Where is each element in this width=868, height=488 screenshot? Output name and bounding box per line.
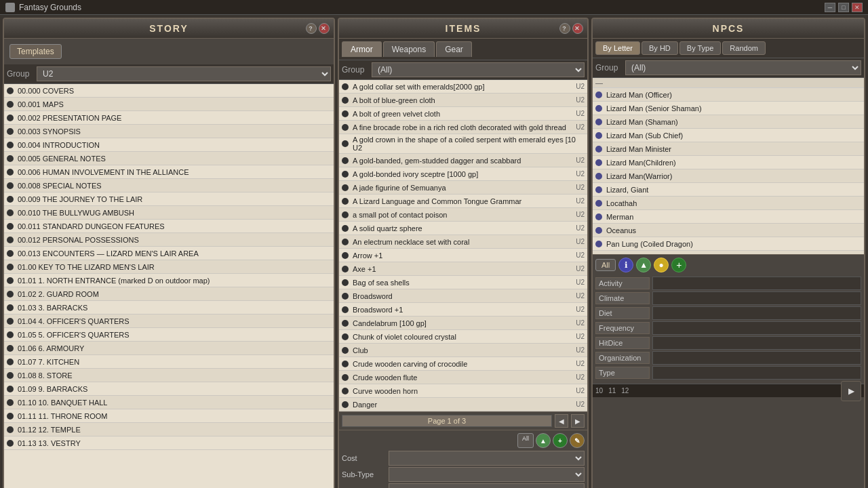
npcs-up-button[interactable]: ▲ — [636, 258, 651, 272]
filter-by-hd-button[interactable]: By HD — [642, 41, 678, 55]
templates-button[interactable]: Templates — [9, 44, 62, 59]
close-button[interactable]: ✕ — [852, 3, 863, 12]
list-item[interactable]: Curve wooden horn U2 — [339, 384, 587, 398]
stat-hitdice-input[interactable] — [652, 336, 861, 350]
cost-filter-select[interactable] — [389, 451, 585, 466]
list-item[interactable]: Lizard Man (Senior Shaman) — [593, 102, 864, 115]
list-item[interactable]: A jade figurine of Semuanya U2 — [339, 181, 587, 195]
list-item[interactable]: 00.004 INTRODUCTION — [4, 138, 334, 152]
items-edit-button[interactable]: ✎ — [570, 433, 585, 448]
items-group-select[interactable]: (All) — [372, 62, 585, 77]
items-close-button[interactable]: ✕ — [572, 23, 583, 34]
minimize-button[interactable]: ─ — [825, 3, 835, 12]
npcs-add-button[interactable]: + — [671, 258, 686, 272]
play-button[interactable]: ▶ — [841, 381, 861, 401]
list-item[interactable]: 01.10 10. BANQUET HALL — [4, 396, 334, 409]
list-item[interactable]: 00.012 PERSONAL POSSESSIONS — [4, 233, 334, 247]
npcs-group-select[interactable]: (All) — [625, 60, 861, 75]
list-item[interactable]: Arrow +1 U2 — [339, 249, 587, 262]
list-item[interactable]: 00.013 ENCOUNTERS — LIZARD MEN'S LAIR AR… — [4, 247, 334, 260]
list-item[interactable]: Lizard Man (Officer) — [593, 88, 864, 102]
list-item[interactable]: Broadsword U2 — [339, 289, 587, 303]
list-item[interactable]: Lizard Man Minister — [593, 142, 864, 156]
list-item[interactable]: 00.000 COVERS — [4, 84, 334, 98]
list-item[interactable]: Lizard Man (Shaman) — [593, 115, 864, 129]
story-help-button[interactable]: ? — [306, 23, 317, 34]
list-item[interactable]: 01.01 1. NORTH ENTRANCE (marked D on out… — [4, 274, 334, 287]
npcs-all-button[interactable]: All — [595, 259, 616, 271]
list-item[interactable]: Oceanus — [593, 224, 864, 237]
list-item[interactable]: 01.08 8. STORE — [4, 369, 334, 382]
list-item[interactable]: Axe +1 U2 — [339, 262, 587, 276]
list-item[interactable]: Bag of sea shells U2 — [339, 276, 587, 289]
list-item[interactable]: 01.13 13. VESTRY — [4, 436, 334, 450]
list-item[interactable]: Lizard Man(Warrior) — [593, 169, 864, 183]
list-item[interactable]: A Lizard Language and Common Tongue Gram… — [339, 195, 587, 208]
list-item[interactable]: Crude wooden carving of crocodile U2 — [339, 357, 587, 371]
list-item[interactable]: Danger U2 — [339, 398, 587, 411]
filter-random-button[interactable]: Random — [722, 41, 766, 55]
list-item[interactable]: 00.006 HUMAN INVOLVEMENT IN THE ALLIANCE — [4, 165, 334, 179]
stat-organization-input[interactable] — [652, 351, 861, 365]
list-item[interactable]: 01.04 4. OFFICER'S QUARTERS — [4, 314, 334, 328]
stat-climate-input[interactable] — [652, 291, 861, 305]
items-add-button[interactable]: + — [553, 433, 568, 448]
next-page-button[interactable]: ▶ — [571, 414, 585, 428]
list-item[interactable]: 01.11 11. THRONE ROOM — [4, 409, 334, 423]
list-item[interactable]: Crude wooden flute U2 — [339, 371, 587, 384]
list-item[interactable]: A gold collar set with emeralds[2000 gp]… — [339, 80, 587, 94]
list-item[interactable]: A fine brocade robe in a rich red cloth … — [339, 121, 587, 134]
items-help-button[interactable]: ? — [559, 23, 570, 34]
list-item[interactable]: Candelabrum [100 gp] U2 — [339, 317, 587, 330]
list-item[interactable]: A solid quartz sphere U2 — [339, 222, 587, 235]
list-item[interactable]: 01.12 12. TEMPLE — [4, 423, 334, 436]
list-item[interactable]: 00.005 GENERAL NOTES — [4, 152, 334, 165]
filter-by-type-button[interactable]: By Type — [679, 41, 722, 55]
list-item[interactable]: 01.09 9. BARRACKS — [4, 382, 334, 396]
subtype-filter-select[interactable] — [389, 467, 585, 482]
list-item[interactable]: A bolt of green velvet cloth U2 — [339, 107, 587, 121]
list-item[interactable]: 01.03 3. BARRACKS — [4, 301, 334, 314]
items-up-button[interactable]: ▲ — [536, 433, 551, 448]
npcs-blue-info-button[interactable]: ℹ — [618, 258, 633, 272]
list-item[interactable]: 01.06 6. ARMOURY — [4, 342, 334, 355]
list-item[interactable]: 01.07 7. KITCHEN — [4, 355, 334, 369]
list-item[interactable]: Pan Lung (Coiled Dragon) — [593, 237, 864, 251]
stat-type-input[interactable] — [652, 366, 861, 380]
list-item[interactable]: 00.002 PRESENTATION PAGE — [4, 111, 334, 125]
stat-activity-input[interactable] — [652, 277, 861, 290]
list-item[interactable]: A gold crown in the shape of a coiled se… — [339, 134, 587, 154]
list-item[interactable]: 00.010 THE BULLYWUG AMBUSH — [4, 206, 334, 220]
list-item[interactable]: Broadsword +1 U2 — [339, 303, 587, 317]
list-item[interactable]: 00.003 SYNOPSIS — [4, 125, 334, 138]
list-item[interactable]: Lizard, Giant — [593, 183, 864, 197]
list-item[interactable]: Merman — [593, 210, 864, 224]
story-close-button[interactable]: ✕ — [319, 23, 330, 34]
type-filter-select[interactable] — [389, 483, 585, 488]
list-item[interactable]: 01.05 5. OFFICER'S QUARTERS — [4, 328, 334, 342]
list-item[interactable]: 01.02 2. GUARD ROOM — [4, 287, 334, 301]
maximize-button[interactable]: □ — [838, 3, 849, 12]
list-item[interactable]: Chunk of violet coloured crystal U2 — [339, 330, 587, 344]
list-item[interactable]: 00.001 MAPS — [4, 98, 334, 111]
tab-gear[interactable]: Gear — [436, 41, 472, 57]
items-all-button[interactable]: All — [517, 433, 534, 448]
list-item[interactable]: A gold-banded, gem-studded dagger and sc… — [339, 154, 587, 167]
prev-page-button[interactable]: ◀ — [555, 414, 568, 428]
filter-by-letter-button[interactable]: By Letter — [595, 41, 640, 55]
list-item[interactable]: Club U2 — [339, 344, 587, 357]
stat-frequency-input[interactable] — [652, 321, 861, 335]
tab-weapons[interactable]: Weapons — [383, 41, 435, 57]
npcs-yellow-button[interactable]: ● — [654, 258, 669, 272]
list-item[interactable]: An electrum necklace set with coral U2 — [339, 235, 587, 249]
stat-diet-input[interactable] — [652, 306, 861, 320]
list-item[interactable]: 00.009 THE JOURNEY TO THE LAIR — [4, 192, 334, 206]
tab-armor[interactable]: Armor — [342, 41, 382, 57]
list-item[interactable]: A gold-bonded ivory sceptre [1000 gp] U2 — [339, 167, 587, 181]
story-group-select[interactable]: U2 — [37, 66, 331, 81]
list-item[interactable]: 00.008 SPECIAL NOTES — [4, 179, 334, 192]
list-item[interactable]: 01.00 KEY TO THE LIZARD MEN'S LAIR — [4, 260, 334, 274]
list-item[interactable]: A bolt of blue-green cloth U2 — [339, 94, 587, 107]
list-item[interactable]: Lizard Man(Children) — [593, 156, 864, 169]
list-item[interactable]: 00.011 STANDARD DUNGEON FEATURES — [4, 220, 334, 233]
